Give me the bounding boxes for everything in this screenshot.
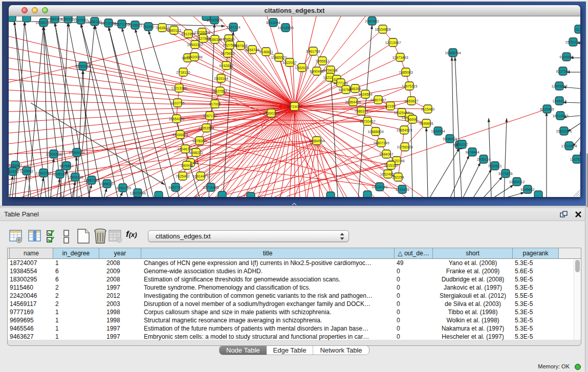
svg-text:8912955: 8912955: [181, 32, 195, 36]
svg-text:3267130: 3267130: [203, 114, 216, 118]
svg-text:8427552: 8427552: [213, 90, 227, 93]
svg-text:13226058: 13226058: [194, 31, 210, 34]
svg-text:7955812: 7955812: [315, 59, 329, 63]
svg-text:2803144: 2803144: [214, 77, 228, 80]
svg-text:10807487: 10807487: [370, 98, 386, 102]
svg-text:16210643: 16210643: [552, 114, 568, 118]
svg-text:18807249: 18807249: [373, 141, 389, 145]
svg-text:417006: 417006: [209, 102, 221, 106]
svg-text:17359924: 17359924: [69, 151, 84, 155]
svg-text:9660123: 9660123: [167, 29, 181, 32]
svg-text:3675685: 3675685: [221, 52, 234, 55]
svg-text:17957225: 17957225: [83, 179, 99, 182]
svg-text:9777169: 9777169: [334, 81, 347, 85]
svg-text:1527602: 1527602: [74, 18, 88, 22]
svg-text:10654112: 10654112: [509, 180, 525, 184]
svg-text:154546: 154546: [223, 37, 234, 41]
svg-text:12505135: 12505135: [67, 176, 83, 179]
svg-text:2087682: 2087682: [365, 19, 379, 23]
svg-text:20053346: 20053346: [75, 64, 91, 68]
svg-text:9084067: 9084067: [379, 152, 393, 156]
svg-text:1115682: 1115682: [20, 169, 33, 173]
svg-text:96996: 96996: [407, 118, 418, 121]
svg-text:15720407: 15720407: [359, 120, 375, 123]
svg-text:8186328: 8186328: [208, 38, 222, 41]
svg-text:23420046: 23420046: [186, 55, 202, 59]
svg-text:16543382: 16543382: [187, 43, 203, 47]
svg-text:252254: 252254: [392, 176, 404, 179]
svg-text:19218506: 19218506: [277, 26, 293, 30]
svg-text:15692971: 15692971: [556, 129, 572, 133]
svg-text:1615152: 1615152: [384, 164, 398, 167]
svg-text:62160: 62160: [385, 104, 396, 108]
svg-text:10973493: 10973493: [392, 56, 408, 59]
svg-text:12942757: 12942757: [35, 171, 51, 175]
svg-text:8215955: 8215955: [540, 107, 554, 111]
svg-text:2935114: 2935114: [477, 158, 491, 161]
svg-text:9975867: 9975867: [59, 164, 73, 168]
svg-text:12093872: 12093872: [551, 84, 567, 88]
svg-text:939197: 939197: [456, 143, 468, 146]
svg-text:6794028: 6794028: [323, 69, 337, 72]
svg-text:1167533: 1167533: [570, 158, 580, 161]
svg-text:19166829: 19166829: [172, 133, 188, 137]
svg-text:9245652: 9245652: [520, 188, 534, 191]
svg-text:19384554: 19384554: [309, 139, 324, 143]
svg-text:15885520: 15885520: [271, 56, 287, 59]
svg-text:746266: 746266: [349, 87, 361, 91]
svg-text:9242848: 9242848: [219, 64, 233, 68]
svg-text:16046798: 16046798: [177, 147, 193, 151]
svg-text:9457791: 9457791: [168, 186, 182, 189]
svg-text:9961758: 9961758: [306, 50, 320, 53]
svg-text:25300203: 25300203: [263, 112, 279, 115]
svg-text:15751074: 15751074: [565, 40, 580, 44]
svg-text:16671355: 16671355: [114, 23, 129, 26]
svg-text:1610755: 1610755: [170, 101, 184, 105]
svg-text:14136141: 14136141: [372, 185, 387, 189]
svg-text:751552: 751552: [142, 25, 154, 29]
svg-text:391593: 391593: [9, 170, 19, 173]
svg-text:8990448: 8990448: [310, 70, 323, 73]
svg-text:1453061: 1453061: [9, 164, 23, 167]
svg-text:9329966: 9329966: [559, 55, 573, 59]
svg-text:7515521: 7515521: [128, 24, 142, 27]
svg-text:16154808: 16154808: [375, 28, 390, 31]
svg-text:10756928: 10756928: [397, 145, 412, 149]
svg-text:3624554: 3624554: [358, 93, 372, 96]
svg-text:1145194: 1145194: [53, 172, 67, 176]
svg-text:14055714: 14055714: [35, 21, 51, 25]
svg-text:19654923: 19654923: [396, 128, 412, 132]
svg-text:8471676: 8471676: [498, 172, 512, 176]
svg-text:1733426: 1733426: [395, 188, 409, 191]
svg-text:10958107: 10958107: [99, 182, 115, 186]
svg-text:9463627: 9463627: [404, 99, 418, 103]
svg-text:8454749: 8454749: [245, 48, 259, 52]
svg-text:9699695: 9699695: [419, 122, 433, 125]
svg-text:16914479: 16914479: [192, 174, 208, 178]
svg-text:16648784: 16648784: [445, 51, 461, 55]
svg-text:11125: 11125: [574, 28, 580, 31]
svg-text:18724007: 18724007: [287, 105, 302, 108]
svg-text:20206536: 20206536: [46, 152, 61, 156]
svg-text:2867608: 2867608: [233, 44, 247, 48]
svg-text:1640954: 1640954: [431, 129, 445, 133]
svg-text:10688609: 10688609: [367, 130, 383, 134]
svg-text:12975115: 12975115: [402, 84, 418, 88]
svg-text:17016504: 17016504: [561, 144, 577, 148]
svg-text:7357224: 7357224: [226, 26, 240, 29]
svg-text:7632621: 7632621: [488, 164, 502, 168]
svg-text:6466160: 6466160: [88, 20, 101, 24]
svg-text:8878352: 8878352: [192, 139, 206, 143]
svg-text:9474444: 9474444: [465, 150, 479, 154]
svg-text:16654966: 16654966: [168, 117, 184, 121]
svg-text:9146821: 9146821: [259, 50, 273, 54]
svg-text:8813054: 8813054: [266, 21, 280, 25]
svg-text:9227342: 9227342: [556, 70, 570, 73]
svg-text:12213389: 12213389: [171, 86, 187, 90]
svg-text:12353594: 12353594: [198, 126, 214, 130]
svg-text:5698222: 5698222: [189, 151, 203, 155]
svg-text:7625402: 7625402: [176, 174, 189, 178]
svg-text:2718120: 2718120: [176, 71, 190, 74]
svg-text:5322037: 5322037: [282, 61, 296, 64]
svg-text:1362615: 1362615: [295, 66, 309, 70]
